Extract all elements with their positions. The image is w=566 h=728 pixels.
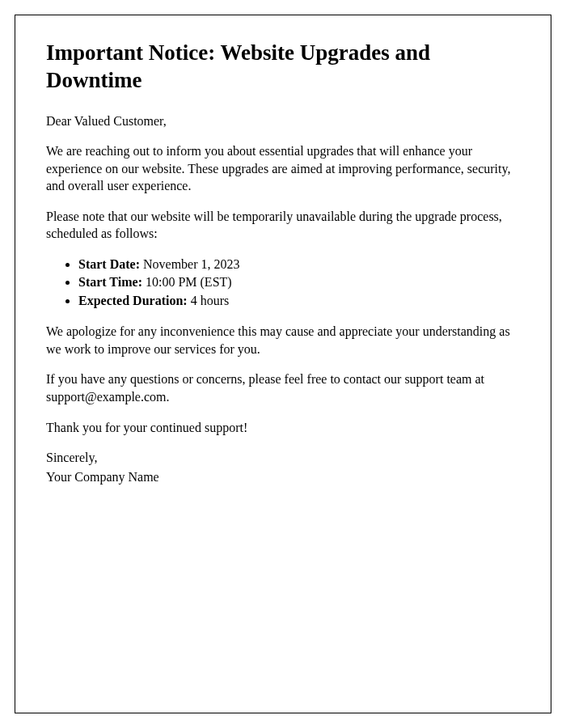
list-item: Start Date: November 1, 2023 [78, 256, 520, 273]
schedule-value: November 1, 2023 [140, 257, 240, 271]
document-title: Important Notice: Website Upgrades and D… [46, 40, 520, 95]
greeting: Dear Valued Customer, [46, 112, 520, 130]
schedule-label: Start Time: [78, 275, 142, 289]
schedule-label: Expected Duration: [78, 294, 188, 307]
thanks-paragraph: Thank you for your continued support! [46, 419, 520, 437]
company-name: Your Company Name [46, 468, 520, 486]
schedule-value: 4 hours [188, 294, 230, 307]
schedule-label: Start Date: [78, 257, 140, 271]
document-page: Important Notice: Website Upgrades and D… [15, 15, 551, 713]
apology-paragraph: We apologize for any inconvenience this … [46, 323, 520, 358]
schedule-intro: Please note that our website will be tem… [46, 208, 520, 243]
schedule-list: Start Date: November 1, 2023 Start Time:… [78, 256, 520, 310]
list-item: Start Time: 10:00 PM (EST) [78, 273, 520, 291]
contact-paragraph: If you have any questions or concerns, p… [46, 370, 520, 405]
schedule-value: 10:00 PM (EST) [142, 275, 232, 289]
intro-paragraph: We are reaching out to inform you about … [46, 142, 520, 195]
list-item: Expected Duration: 4 hours [78, 292, 520, 310]
signoff: Sincerely, [46, 449, 520, 467]
